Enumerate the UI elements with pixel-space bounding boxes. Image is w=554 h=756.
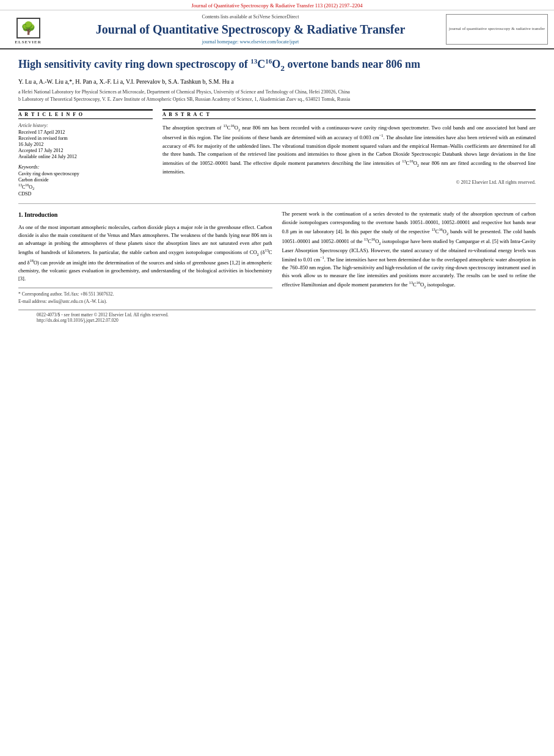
article-info-header: A R T I C L E I N F O	[18, 109, 153, 119]
article-info-label: A R T I C L E I N F O	[18, 112, 83, 117]
keyword-2: Carbon dioxide	[18, 177, 153, 183]
journal-citation-text: Journal of Quantitative Spectroscopy & R…	[192, 2, 363, 9]
footer-bar: 0022-4073/$ - see front matter © 2012 El…	[18, 310, 536, 325]
abstract-body: The absorption spectrum of 13C16O2 near …	[162, 125, 536, 175]
footer-issn: 0022-4073/$ - see front matter © 2012 El…	[37, 312, 169, 318]
abstract-label: A B S T R A C T	[162, 112, 210, 117]
intro-para-1: As one of the most important atmospheric…	[18, 224, 272, 283]
copyright-line: © 2012 Elsevier Ltd. All rights reserved…	[162, 180, 536, 185]
affiliation-a: a Hefei National Laboratory for Physical…	[18, 89, 536, 96]
journal-abbrev-text: journal of quantitative spectroscopy & r…	[449, 26, 545, 32]
abstract-text: The absorption spectrum of 13C16O2 near …	[162, 123, 536, 176]
body-section: 1. Introduction As one of the most impor…	[18, 210, 536, 305]
history-label: Article history:	[18, 123, 153, 128]
authors-text: Y. Lu a, A.-W. Liu a,*, H. Pan a, X.-F. …	[18, 78, 234, 85]
body-right-col: The present work is the continuation of …	[282, 210, 536, 305]
journal-citation-bar: Journal of Quantitative Spectroscopy & R…	[0, 0, 554, 10]
journal-header-center: Contents lists available at SciVerse Sci…	[60, 14, 441, 45]
article-title-prefix: High sensitivity cavity ring down spectr…	[18, 58, 250, 70]
keyword-4: CDSD	[18, 191, 153, 197]
keyword-1: Cavity ring down spectroscopy	[18, 171, 153, 176]
journal-abbrev-box: journal of quantitative spectroscopy & r…	[446, 14, 548, 45]
abstract-header: A B S T R A C T	[162, 109, 536, 119]
intro-para-2: The present work is the continuation of …	[282, 210, 536, 289]
elsevier-name: ELSEVIER	[15, 40, 41, 45]
journal-homepage-line: journal homepage: www.elsevier.com/locat…	[202, 39, 299, 45]
article-info-abstract-section: A R T I C L E I N F O Article history: R…	[18, 109, 536, 197]
abstract-column: A B S T R A C T The absorption spectrum …	[162, 109, 536, 197]
article-title: High sensitivity cavity ring down spectr…	[18, 57, 536, 73]
authors-line: Y. Lu a, A.-W. Liu a,*, H. Pan a, X.-F. …	[18, 78, 536, 85]
keyword-3: 13C16O2	[18, 183, 153, 191]
body-left-col: 1. Introduction As one of the most impor…	[18, 210, 272, 305]
article-info-column: A R T I C L E I N F O Article history: R…	[18, 109, 153, 197]
received-date: Received 17 April 2012	[18, 129, 153, 135]
keywords-label: Keywords:	[18, 164, 153, 170]
journal-homepage-url[interactable]: www.elsevier.com/locate/jqsrt	[239, 39, 299, 45]
accepted-date: Accepted 17 July 2012	[18, 148, 153, 153]
corresponding-footnote: * Corresponding author. Tel./fax: +86 55…	[18, 291, 272, 298]
revised-date: 16 July 2012	[18, 142, 153, 147]
main-content: High sensitivity cavity ring down spectr…	[0, 49, 554, 332]
footnote-section: * Corresponding author. Tel./fax: +86 55…	[18, 288, 272, 305]
available-date: Available online 24 July 2012	[18, 154, 153, 159]
article-title-suffix: overtone bands near 806 nm	[285, 58, 420, 70]
elsevier-tree-icon: 🌳	[21, 21, 36, 35]
revised-label: Received in revised form	[18, 136, 153, 141]
intro-title: 1. Introduction	[18, 210, 272, 220]
elsevier-logo-section: 🌳 ELSEVIER	[6, 14, 55, 45]
footer-doi: http://dx.doi.org/10.1016/j.jqsrt.2012.0…	[37, 318, 118, 323]
contents-available-line: Contents lists available at SciVerse Sci…	[202, 14, 299, 20]
affiliations: a Hefei National Laboratory for Physical…	[18, 89, 536, 103]
elsevier-logo-box: 🌳	[16, 18, 40, 38]
journal-header: 🌳 ELSEVIER Contents lists available at S…	[0, 10, 554, 49]
email-footnote: E-mail address: awliu@ustc.edu.cn (A.-W.…	[18, 298, 272, 305]
section-divider	[18, 203, 536, 204]
journal-title: Journal of Quantitative Spectroscopy & R…	[96, 22, 406, 37]
affiliation-b: b Laboratory of Theoretical Spectroscopy…	[18, 96, 536, 103]
